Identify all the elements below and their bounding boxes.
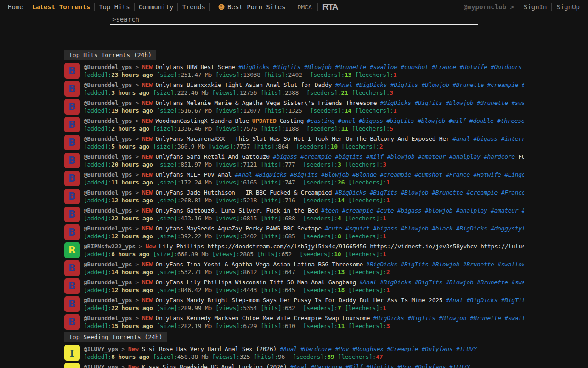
- badge-icon: [218, 4, 225, 10]
- tag-list[interactable]: #Anal #BigDicks #BigTits …: [446, 297, 524, 304]
- torrent-title[interactable]: OnlyFans Tina Yoshi & Agatha Vega Asian …: [156, 261, 363, 268]
- nav-item-latest-torrents[interactable]: Latest Torrents: [28, 3, 94, 11]
- avatar[interactable]: B: [64, 314, 80, 330]
- torrent-row: B@Burunddel_yps>NEWOnlyfans Sara Retali …: [64, 153, 524, 168]
- avatar[interactable]: B: [64, 99, 80, 115]
- username[interactable]: @Burunddel_yps: [84, 99, 132, 106]
- account-menu[interactable]: @mypornclub >: [459, 3, 519, 11]
- torrent-title[interactable]: OnlyFans BBW Best Scene: [156, 63, 235, 70]
- username[interactable]: @ILUVY_yps: [84, 345, 118, 352]
- tag-list[interactable]: #Anal #BigDicks #BigTits #Blowjob #Brune…: [359, 279, 524, 286]
- tag-list[interactable]: #Anal #Hardcore #Pov #Roughsex #Creampie…: [280, 345, 477, 352]
- torrent-title[interactable]: OnlyFans Bianxxxkie Tight Asian Anal Slu…: [156, 81, 332, 88]
- avatar[interactable]: B: [64, 81, 80, 97]
- arrow-separator: >: [135, 81, 139, 88]
- avatar[interactable]: B: [64, 63, 80, 79]
- torrent-meta-line: [added]:8 hours ago[size]:458.88 Mb[view…: [84, 353, 524, 361]
- torrent-title[interactable]: OnlyFans Lily Phillips Wisconsin Tiff 50…: [156, 279, 356, 286]
- leechers-label: [leechers]:: [348, 269, 386, 276]
- torrent-title[interactable]: OnlyFans Melanie Marie & Agatha Vega Sis…: [156, 99, 377, 106]
- avatar[interactable]: B: [64, 260, 80, 276]
- tag-list[interactable]: #casting #anal #bigass #bigtits #blowjob…: [307, 117, 524, 124]
- username[interactable]: @ILUVY_yps: [84, 363, 118, 368]
- username[interactable]: @Burunddel_yps: [84, 81, 132, 88]
- size-label: [size]:: [157, 71, 181, 78]
- username[interactable]: @Burunddel_yps: [84, 315, 132, 322]
- torrent-title[interactable]: Kissa Sins Roadside BG Anal Fucking (202…: [141, 363, 287, 368]
- torrent-title[interactable]: OnlyFans Jade Hutchison - IR BBC Fucked …: [156, 189, 332, 196]
- signup-link[interactable]: SignUp: [552, 3, 584, 11]
- username[interactable]: @Burunddel_yps: [84, 279, 132, 286]
- seeders-label: [seeders]:: [306, 89, 341, 96]
- avatar[interactable]: B: [64, 278, 80, 294]
- torrent-title[interactable]: Sisi Rose Has Very Hard Anal Sex (2026): [141, 345, 277, 352]
- tag-list[interactable]: #teen #creampie #cute #bigass #blowjob #…: [321, 207, 524, 214]
- avatar[interactable]: B: [64, 153, 80, 168]
- username[interactable]: @Burunddel_yps: [84, 171, 132, 178]
- signin-link[interactable]: SignIn: [519, 3, 552, 11]
- username[interactable]: @Burunddel_yps: [84, 117, 132, 124]
- updated-badge: UPDATED: [252, 117, 277, 124]
- tag-list[interactable]: #BigDicks #BigTits #Blowjob #Brunette #s…: [238, 63, 524, 70]
- tag-list[interactable]: #anal #bigass #interrac…: [452, 135, 524, 142]
- tag-list[interactable]: #Anal #BigDicks #BigTits #Blowjob #Brune…: [335, 81, 524, 88]
- avatar[interactable]: B: [64, 189, 80, 204]
- nav-item-top-hits[interactable]: Top Hits: [95, 3, 134, 11]
- dmca-link[interactable]: DMCA: [297, 4, 311, 11]
- new-badge: NEW: [142, 189, 153, 196]
- torrent-title[interactable]: WoodmanCastingX Sandra Blue: [156, 117, 249, 124]
- search-input[interactable]: [110, 15, 478, 25]
- torrent-title[interactable]: Onlyfans Sara Retali And Gattouz0: [156, 153, 270, 160]
- avatar[interactable]: I: [64, 363, 80, 368]
- nav-item-home[interactable]: Home: [4, 3, 28, 11]
- username[interactable]: @Burunddel_yps: [84, 261, 132, 268]
- views-value: 2885: [240, 251, 254, 258]
- best-porn-sites-link[interactable]: Best Porn Sites: [218, 3, 285, 11]
- size-label: [size]:: [153, 143, 177, 150]
- arrow-separator: >: [135, 117, 139, 124]
- nav-item-trends[interactable]: Trends: [178, 3, 209, 11]
- avatar[interactable]: I: [64, 345, 80, 361]
- tag-list[interactable]: #BigDicks #BigTits #Blowjob #Brunette #s…: [380, 99, 524, 106]
- torrent-title[interactable]: Casting: [279, 117, 304, 124]
- tag-list[interactable]: #bigass #creampie #bigtits #milf #blowjo…: [273, 153, 515, 160]
- torrent-title[interactable]: OnlyFans Mandy Bright Step-mom Says Her …: [156, 297, 443, 304]
- avatar[interactable]: B: [64, 296, 80, 312]
- torrent-info: @Burunddel_yps>NEWOnlyfans MILF POV Anal…: [84, 171, 524, 186]
- torrent-title[interactable]: Onlyfans MILF POV Anal: [156, 171, 232, 178]
- username[interactable]: @Burunddel_yps: [84, 135, 132, 142]
- tag-list[interactable]: #Anal #Hardcore #Milf #Bigtits #Pov #Onl…: [290, 363, 470, 368]
- added-value: 11 hours ago: [111, 179, 153, 186]
- leechers-label: [leechers]:: [348, 322, 386, 329]
- avatar[interactable]: B: [64, 207, 80, 222]
- nav-item-community[interactable]: Community: [135, 3, 178, 11]
- torrent-title[interactable]: Onlyfans MaySeeds AquaZay Perky PAWG BBC…: [156, 225, 322, 232]
- avatar[interactable]: B: [64, 171, 80, 186]
- torrent-title-line: @Burunddel_yps>NEWOnlyFans Tina Yoshi & …: [84, 260, 524, 268]
- views-value: 3402: [243, 233, 257, 240]
- avatar[interactable]: B: [64, 224, 80, 240]
- tag-list[interactable]: #BigDicks #BigTits #Blowjob #Brunette #s…: [373, 315, 524, 322]
- tag-list[interactable]: #BigDicks #BigTits #Blowjob #Brunette #s…: [366, 261, 524, 268]
- username[interactable]: @Burunddel_yps: [84, 189, 132, 196]
- added-label: [added]:: [84, 161, 111, 168]
- username[interactable]: @RIPNsfw222_yps: [84, 243, 136, 250]
- username[interactable]: @Burunddel_yps: [84, 63, 132, 70]
- views-value: 6165: [243, 179, 257, 186]
- avatar[interactable]: B: [64, 135, 80, 150]
- tag-list[interactable]: #cute #squirt #bigass #blowjob #black #B…: [325, 225, 524, 232]
- username[interactable]: @Burunddel_yps: [84, 153, 132, 160]
- username[interactable]: @Burunddel_yps: [84, 207, 132, 214]
- avatar[interactable]: R: [64, 242, 80, 258]
- tag-list[interactable]: #Anal #BigDicks #BigTits #Blowjob #Blond…: [235, 171, 524, 178]
- added-value: 12 hours ago: [111, 197, 153, 204]
- avatar[interactable]: B: [64, 117, 80, 132]
- torrent-title[interactable]: OnlyFans Kennedy Marksen Chloe Mae Wife …: [156, 315, 370, 322]
- username[interactable]: @Burunddel_yps: [84, 297, 132, 304]
- leechers-value: 47: [376, 353, 383, 360]
- torrent-title[interactable]: OnlyFans Gattouz0, Luna Silver, Fuck in …: [156, 207, 318, 214]
- torrent-title[interactable]: OnlyFans MacarenaXXX - This Slut Was So …: [156, 135, 450, 142]
- torrent-title[interactable]: Lily Phillips https://doodstream.com/e/l…: [159, 243, 524, 250]
- username[interactable]: @Burunddel_yps: [84, 225, 132, 232]
- tag-list[interactable]: #BigDicks #BigTits #Blowjob #Brunette #c…: [335, 189, 524, 196]
